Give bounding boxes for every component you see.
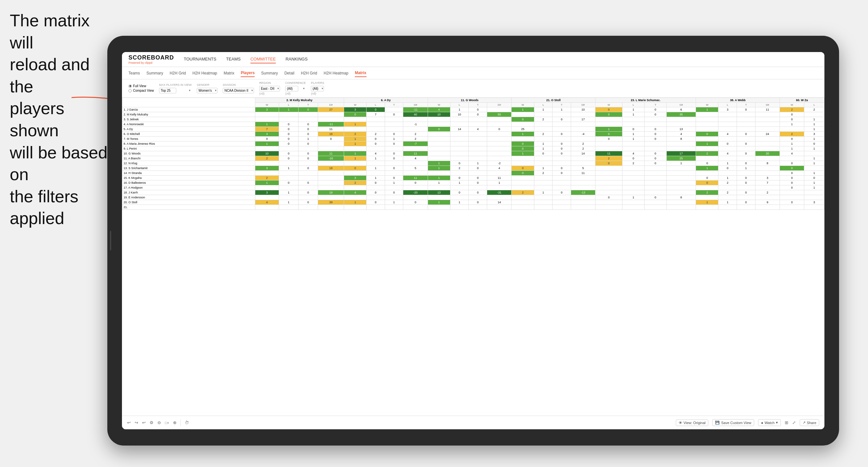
sub-h-w: W <box>255 103 279 107</box>
sub-nav-h2h-heatmap2[interactable]: H2H Heatmap <box>323 70 348 77</box>
zoom-in-icon[interactable]: ⊕ <box>173 420 177 425</box>
gender-select[interactable]: Women's <box>197 88 218 93</box>
nav-committee[interactable]: COMMITTEE <box>250 55 276 63</box>
table-row: 14. H Stranda 02011 01 <box>122 171 825 176</box>
main-nav: TOURNAMENTS TEAMS COMMITTEE RANKINGS <box>184 55 308 63</box>
table-row: 11. A Bianchi 200-16 1104 20025 1 <box>122 156 825 161</box>
table-row: 16. D Ballesteros 100 2010 1101 0207 01 <box>122 181 825 185</box>
table-row: 7. M Torres 0010 1012 0108 01 <box>122 136 825 142</box>
nav-teams[interactable]: TEAMS <box>226 55 241 63</box>
gender-wrapper: Women's <box>197 87 218 93</box>
share-icon: ↗ <box>803 421 806 425</box>
sub-nav-h2h-grid1[interactable]: H2H Grid <box>170 70 186 77</box>
nav-rankings[interactable]: RANKINGS <box>285 55 308 63</box>
expand-icon[interactable]: ⤢ <box>792 420 796 425</box>
players-select[interactable]: (All) <box>311 86 324 91</box>
th-col2: 2. M Kelly Mulcahy <box>255 98 344 103</box>
tablet-device: SCOREBOARD Powered by clippd TOURNAMENTS… <box>107 36 839 445</box>
table-row: 9. L Perini 0102 11 <box>122 146 825 151</box>
logo-subtext: Powered by clippd <box>128 61 174 64</box>
nav-tournaments[interactable]: TOURNAMENTS <box>184 55 216 63</box>
toolbar-sep1 <box>181 419 181 426</box>
full-view-option[interactable]: Full View <box>128 84 154 88</box>
filter-bar: Full View Compact View Max players in vi… <box>122 80 825 98</box>
view-icon: 👁 <box>679 421 682 425</box>
refresh-icon[interactable]: ⏱ <box>185 420 189 425</box>
chevron-down-icon: ▾ <box>776 421 778 425</box>
tablet-screen: SCOREBOARD Powered by clippd TOURNAMENTS… <box>122 52 825 429</box>
sub-nav: Teams Summary H2H Grid H2H Heatmap Matri… <box>122 67 825 80</box>
players-filter: Players (All) (All) <box>311 81 324 95</box>
table-row: 2. M Kelly Mulcahy 07040 1010050 01035 0 <box>122 112 825 117</box>
undo2-icon[interactable]: ↩ <box>142 420 146 425</box>
table-row: 4. A Nomrowski 100-11 1-1 11 <box>122 122 825 127</box>
players-all: (All) <box>311 92 324 95</box>
conference-select[interactable]: (All) <box>285 86 298 91</box>
max-players-filter: Max players in view Top 25 <box>159 83 191 93</box>
app-nav: SCOREBOARD Powered by clippd TOURNAMENTS… <box>122 52 825 67</box>
app-logo: SCOREBOARD Powered by clippd <box>128 54 174 64</box>
region-filter: Region East - DII (All) <box>259 81 280 95</box>
players-wrapper: (All) <box>311 85 324 91</box>
share-btn[interactable]: ↗ Share <box>800 419 819 426</box>
conference-filter: Conference (All) (All) <box>285 81 306 95</box>
table-row: 21. <box>122 205 825 210</box>
undo-icon[interactable]: ↩ <box>127 420 131 425</box>
table-row: 10. G Woods 100011 14011 10014 114017 24… <box>122 151 825 156</box>
region-all: (All) <box>259 92 280 95</box>
annotation-text: The matrix will reload and the players s… <box>10 10 114 229</box>
gender-filter: Gender Women's <box>197 83 218 93</box>
view-options: Full View Compact View <box>128 84 154 92</box>
tablet-side-button <box>110 231 111 250</box>
sub-nav-summary2[interactable]: Summary <box>261 70 278 77</box>
full-view-radio[interactable] <box>128 85 132 88</box>
table-row: 3. S Jelinek 02017 01 <box>122 117 825 122</box>
view-original-btn[interactable]: 👁 View: Original <box>676 419 709 426</box>
table-row: 8. A Maria Jimenez Rios 100 100-7 0102 1… <box>122 142 825 146</box>
matrix-table: 2. M Kelly Mulcahy 6. A Dy 11. G Woods 2… <box>122 98 825 210</box>
table-row: 6. O Mitchell 30018 2202 120-4 0104 0402… <box>122 132 825 136</box>
compact-view-radio[interactable] <box>128 89 132 92</box>
compact-view-option[interactable]: Compact View <box>128 89 154 92</box>
table-row: 19. E Andersson 0108 <box>122 195 825 200</box>
table-row: 12. N Klug 101-2 0201 0108 01 <box>122 161 825 166</box>
grid-icon[interactable]: ⊞ <box>785 420 788 425</box>
max-players-wrapper: Top 25 <box>159 87 191 93</box>
max-players-select[interactable]: Top 25 <box>159 88 176 93</box>
sub-nav-players[interactable]: Players <box>241 69 255 77</box>
sub-nav-summary1[interactable]: Summary <box>146 70 163 77</box>
save-custom-btn[interactable]: 💾 Save Custom View <box>712 419 754 426</box>
matrix-area[interactable]: 2. M Kelly Mulcahy 6. A Dy 11. G Woods 2… <box>122 98 825 423</box>
sub-nav-matrix2[interactable]: Matrix <box>355 69 366 77</box>
sub-nav-h2h-grid2[interactable]: H2H Grid <box>301 70 317 77</box>
watch-btn[interactable]: ● Watch ▾ <box>758 419 780 426</box>
zoom-label: □+ <box>165 421 169 425</box>
watch-icon: ● <box>761 421 763 425</box>
th-col21: 21. O Stoll <box>512 98 595 103</box>
table-row: 20. O Stoll 41039 1010 11014 1109 03 <box>122 200 825 205</box>
table-row: 1. J Garcia 31027 30-11 410 11110 0106 1… <box>122 107 825 112</box>
zoom-out-icon[interactable]: ⊖ <box>157 420 161 425</box>
table-row: 5. A Dy 70011 01440 25 10013 1 <box>122 127 825 132</box>
sub-nav-matrix1[interactable]: Matrix <box>224 70 235 77</box>
sub-nav-h2h-heatmap1[interactable]: H2H Heatmap <box>192 70 217 77</box>
th-col23: 23. L Marie Schumac. <box>595 98 696 103</box>
conference-all: (All) <box>285 92 306 95</box>
settings-icon[interactable]: ⚙ <box>150 420 154 425</box>
division-wrapper: NCAA Division II <box>223 87 254 93</box>
table-row: 15. K Mcgaha 2 31011 10011 0103 00 <box>122 176 825 181</box>
division-filter: Division NCAA Division II <box>223 83 254 93</box>
region-select[interactable]: East - DII <box>259 86 280 91</box>
th-col38: 38. A Webb <box>696 98 780 103</box>
division-select[interactable]: NCAA Division II <box>223 88 254 93</box>
bottom-toolbar: ↩ ↪ ↩ ⚙ ⊖ □+ ⊕ ⏱ 👁 View: Original 💾 Save… <box>122 416 825 429</box>
logo-text: SCOREBOARD <box>128 54 174 61</box>
redo-icon[interactable]: ↪ <box>135 420 138 425</box>
th-col11: 11. G Woods <box>428 98 512 103</box>
region-wrapper: East - DII <box>259 85 280 91</box>
th-col6: 6. A Dy <box>344 98 428 103</box>
sub-nav-teams[interactable]: Teams <box>128 70 140 77</box>
table-row: 13. S Srichantamit 31018 0105 1204 0105 … <box>122 166 825 171</box>
th-col60: 60. W Za <box>780 98 825 103</box>
sub-nav-detail[interactable]: Detail <box>284 70 294 77</box>
